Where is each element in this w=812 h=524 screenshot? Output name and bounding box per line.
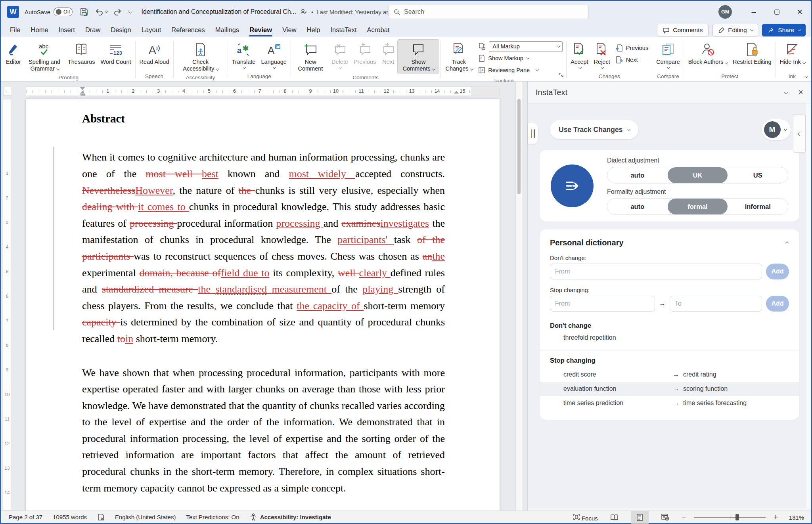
dialect-option-auto[interactable]: auto [607, 167, 668, 183]
tab-help[interactable]: Help [302, 24, 326, 37]
undo-icon[interactable] [95, 8, 107, 16]
vertical-ruler[interactable]: 12345678910111213141516 [3, 99, 11, 511]
check-accessibility-button[interactable]: Check Accessibility [175, 40, 226, 74]
zoom-slider-thumb[interactable] [735, 514, 739, 520]
tracking-dialog-launcher-icon[interactable] [559, 72, 563, 79]
tab-file[interactable]: File [5, 24, 26, 37]
text-predictions-indicator[interactable]: Text Predictions: On [186, 514, 239, 520]
accessibility-status[interactable]: Accessibility: Investigate [250, 513, 331, 521]
markup-dropdown[interactable]: All Markup [489, 41, 563, 52]
thesaurus-button[interactable]: Thesaurus [65, 40, 98, 67]
tab-instatext[interactable]: InstaText [326, 24, 362, 37]
zoom-percentage[interactable]: 131% [786, 514, 804, 521]
dictionary-row[interactable]: evaluation function → scoring function [540, 382, 799, 396]
zoom-slider[interactable] [694, 517, 766, 518]
show-markup-button[interactable]: Show Markup [478, 53, 563, 63]
autosave-toggle[interactable]: Off [54, 8, 73, 16]
page-indicator[interactable]: Page 2 of 37 [9, 514, 42, 520]
dialect-option-us[interactable]: US [728, 167, 788, 183]
editing-mode-button[interactable]: Editing [712, 24, 758, 36]
hanging-indent-marker[interactable] [80, 91, 85, 94]
dialect-option-uk[interactable]: UK [668, 167, 728, 183]
panel-scrollbar[interactable] [806, 103, 811, 508]
focus-mode-button[interactable]: Focus [573, 513, 598, 522]
word-count-button[interactable]: 123 Word Count [98, 40, 134, 67]
show-comments-button[interactable]: Show Comments [398, 40, 439, 74]
reviewing-pane-button[interactable]: Reviewing Pane [478, 65, 563, 75]
dont-change-item[interactable]: threefold repetition [550, 329, 789, 346]
language-indicator[interactable]: English (United States) [115, 514, 176, 520]
zoom-in-button[interactable]: + [774, 513, 778, 522]
stop-changing-from-input[interactable] [550, 296, 655, 312]
dont-change-from-input[interactable] [550, 264, 762, 279]
rewrite-button[interactable] [551, 164, 594, 207]
tab-review[interactable]: Review [244, 24, 277, 37]
document-page[interactable]: Abstract When it comes to cognitive arch… [26, 99, 500, 511]
right-indent-marker[interactable] [454, 91, 459, 94]
editor-button[interactable]: Editor [3, 40, 24, 67]
autosave-control[interactable]: AutoSave Off [25, 8, 73, 16]
print-layout-button[interactable] [631, 511, 649, 524]
proofing-status-icon[interactable] [97, 513, 105, 521]
word-count-indicator[interactable]: 10955 words [53, 514, 87, 520]
tab-mailings[interactable]: Mailings [210, 24, 245, 37]
read-aloud-button[interactable]: A Read Aloud [137, 40, 172, 67]
dictionary-row[interactable]: credit score → credit rating [540, 367, 799, 382]
left-indent-marker[interactable] [80, 94, 85, 96]
zoom-out-button[interactable]: − [682, 513, 686, 522]
customize-qat-chevron-icon[interactable] [128, 10, 132, 13]
panel-close-icon[interactable]: × [798, 87, 803, 98]
previous-comment-button[interactable]: Previous [351, 40, 379, 67]
restrict-editing-button[interactable]: Restrict Editing [730, 40, 774, 67]
previous-change-button[interactable]: Previous [615, 43, 648, 53]
horizontal-ruler[interactable]: 123456789101112131415 [26, 86, 500, 96]
document-title-area[interactable]: Identification and Conceptualization of … [142, 8, 410, 15]
block-authors-button[interactable]: Block Authors [686, 40, 730, 67]
tab-home[interactable]: Home [26, 24, 54, 37]
dictionary-row[interactable]: time series prediction → time series for… [540, 396, 799, 410]
next-change-button[interactable]: Next [615, 55, 648, 65]
reject-button[interactable]: Reject [591, 40, 613, 71]
accept-button[interactable]: Accept [568, 40, 591, 71]
formality-option-informal[interactable]: informal [728, 199, 788, 214]
comments-button[interactable]: Comments [657, 24, 709, 36]
delete-comment-button[interactable]: Delete [329, 40, 351, 71]
compare-button[interactable]: Compare [653, 40, 683, 71]
search-input[interactable] [404, 8, 584, 15]
tab-insert[interactable]: Insert [54, 24, 80, 37]
spelling-grammar-button[interactable]: abc Spelling and Grammar [24, 40, 65, 74]
minimize-button[interactable]: – [742, 1, 765, 23]
tab-design[interactable]: Design [105, 24, 136, 37]
save-icon[interactable] [80, 8, 88, 16]
tab-layout[interactable]: Layout [136, 24, 167, 37]
share-button[interactable]: Share [762, 24, 806, 36]
panel-account-button[interactable]: M [762, 119, 791, 140]
close-button[interactable]: × [788, 1, 811, 23]
formality-option-auto[interactable]: auto [607, 199, 668, 214]
stop-changing-add-button[interactable]: Add [766, 296, 789, 312]
read-mode-button[interactable] [606, 511, 623, 524]
web-layout-button[interactable] [657, 511, 674, 524]
translate-button[interactable]: a✱ Translate [229, 40, 259, 71]
language-button[interactable]: A Language [258, 40, 289, 71]
document-scrollbar[interactable] [515, 82, 522, 511]
tab-acrobat[interactable]: Acrobat [362, 24, 395, 37]
use-track-changes-button[interactable]: Use Track Changes [550, 120, 638, 139]
undo-chevron-icon[interactable] [105, 10, 108, 13]
first-line-indent-marker[interactable] [80, 87, 85, 90]
track-changes-button[interactable]: Track Changes [442, 40, 476, 74]
formality-option-formal[interactable]: formal [668, 199, 728, 214]
hide-ink-button[interactable]: Hide Ink [777, 40, 808, 67]
search-box[interactable] [389, 5, 589, 19]
tab-selector[interactable]: ∟ [3, 87, 12, 96]
document-scrollbar-thumb[interactable] [517, 99, 521, 194]
new-comment-button[interactable]: New Comment [292, 40, 329, 74]
panel-collapse-button[interactable] [793, 115, 806, 153]
tab-references[interactable]: References [166, 24, 210, 37]
tab-view[interactable]: View [277, 24, 301, 37]
redo-icon[interactable] [113, 8, 122, 16]
next-comment-button[interactable]: Next [379, 40, 398, 67]
tab-draw[interactable]: Draw [80, 24, 106, 37]
word-logo-icon[interactable]: W [7, 6, 19, 18]
dont-change-add-button[interactable]: Add [766, 264, 789, 279]
